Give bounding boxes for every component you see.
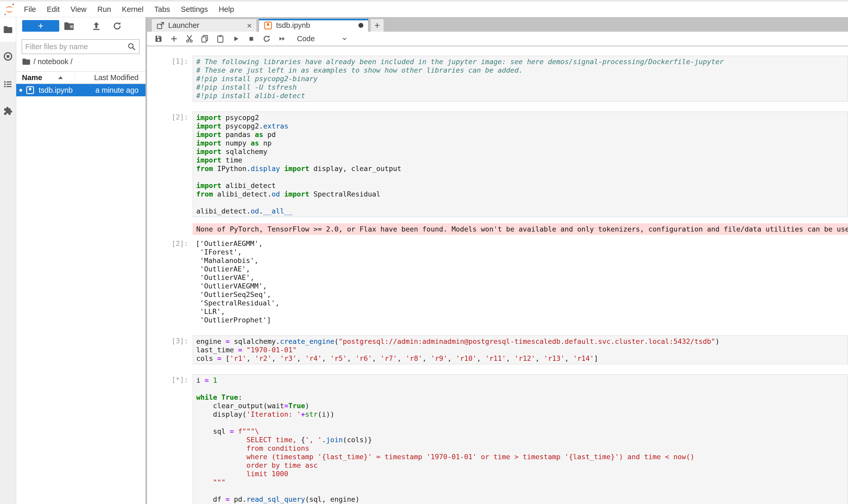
- code-line: 'OutlierProphet']: [196, 316, 848, 324]
- menu-help[interactable]: Help: [213, 5, 239, 14]
- cell-type-dropdown[interactable]: Code: [297, 35, 351, 43]
- breadcrumb-path[interactable]: / notebook /: [34, 57, 73, 66]
- code-line: # The following libraries have already b…: [196, 57, 847, 66]
- jupyterlab-window: File Edit View Run Kernel Tabs Settings …: [0, 0, 848, 504]
- jupyter-logo-icon: [4, 3, 15, 16]
- code-cell: [1]:# The following libraries have alrea…: [147, 56, 848, 102]
- code-line: 'SpectralResidual',: [196, 299, 848, 307]
- new-folder-button[interactable]: [63, 20, 75, 32]
- menu-file[interactable]: File: [19, 5, 41, 14]
- stderr-text: None of PyTorch, TensorFlow >= 2.0, or F…: [193, 223, 848, 235]
- column-header-last-modified[interactable]: Last Modified: [94, 73, 139, 82]
- sidebar-tab-files[interactable]: [0, 17, 16, 42]
- menu-edit[interactable]: Edit: [41, 5, 65, 14]
- upload-button[interactable]: [90, 20, 102, 32]
- code-line: #!pip install alibi-detect: [196, 91, 847, 100]
- menu-kernel[interactable]: Kernel: [116, 5, 149, 14]
- code-line: engine = sqlalchemy.create_engine("postg…: [196, 337, 847, 346]
- code-line: #!pip install -U tsfresh: [196, 83, 847, 91]
- code-line: 'OutlierSeq2Seq',: [196, 290, 848, 299]
- add-cell-icon: [170, 35, 178, 43]
- close-tab-icon[interactable]: ×: [247, 21, 252, 30]
- interrupt-kernel-button[interactable]: [247, 34, 256, 43]
- code-line: from alibi_detect.od import SpectralResi…: [196, 190, 847, 198]
- sidebar-tab-running[interactable]: [0, 44, 16, 69]
- code-line: order by time asc: [196, 461, 847, 469]
- home-folder-icon: [22, 58, 30, 65]
- copy-icon: [201, 35, 209, 43]
- output-prompt: [2]:: [147, 238, 193, 325]
- restart-kernel-button[interactable]: [262, 34, 271, 43]
- menu-bar: File Edit View Run Kernel Tabs Settings …: [0, 0, 848, 17]
- copy-cells-button[interactable]: [200, 34, 209, 43]
- fast-forward-icon: [278, 35, 286, 43]
- code-line: 'OutlierVAE',: [196, 273, 848, 282]
- cell-editor[interactable]: import psycopg2import psycopg2.extrasimp…: [193, 111, 848, 217]
- unsaved-changes-dot[interactable]: [359, 23, 363, 28]
- menu-run[interactable]: Run: [92, 5, 116, 14]
- menu-settings[interactable]: Settings: [175, 5, 213, 14]
- add-cell-button[interactable]: [169, 34, 178, 43]
- file-modified: a minute ago: [95, 86, 139, 94]
- code-line: import alibi_detect: [196, 181, 847, 190]
- code-cell: [2]:import psycopg2import psycopg2.extra…: [147, 111, 848, 217]
- file-filter-box: [22, 39, 140, 54]
- code-cell: [*]:i = 1 while True: clear_output(wait=…: [147, 374, 848, 504]
- code-line: [196, 198, 847, 207]
- folder-icon: [3, 26, 13, 34]
- code-line: import psycopg2: [196, 113, 847, 122]
- running-sessions-icon: [3, 52, 13, 61]
- code-line: from conditions: [196, 444, 847, 452]
- search-icon: [127, 42, 136, 51]
- upload-icon: [91, 21, 101, 31]
- code-line: df = pd.read_sql_query(sql, engine): [196, 495, 847, 503]
- launcher-icon: [156, 21, 165, 30]
- run-icon: [232, 35, 240, 43]
- code-line: #!pip install psycopg2-binary: [196, 74, 847, 83]
- code-line: ['OutlierAEGMM',: [196, 239, 848, 248]
- save-icon: [154, 35, 163, 43]
- paste-icon: [216, 35, 224, 43]
- cell-editor[interactable]: engine = sqlalchemy.create_engine("postg…: [193, 335, 848, 364]
- file-filter-input[interactable]: [25, 42, 127, 51]
- cell-editor[interactable]: i = 1 while True: clear_output(wait=True…: [193, 374, 848, 504]
- column-header-name[interactable]: Name: [16, 73, 42, 82]
- code-line: import pandas as pd: [196, 130, 847, 139]
- file-browser-panel: +: [16, 17, 145, 504]
- paste-cells-button[interactable]: [216, 34, 225, 43]
- input-prompt: [3]:: [147, 335, 193, 364]
- add-tab-button[interactable]: +: [370, 19, 384, 32]
- tab-bar: Launcher × tsdb.ipynb +: [147, 17, 848, 32]
- code-line: [196, 418, 847, 427]
- code-line: 'IForest',: [196, 248, 848, 256]
- restart-run-all-button[interactable]: [277, 34, 287, 43]
- activity-bar: [0, 17, 16, 504]
- cell-type-value: Code: [297, 35, 315, 43]
- extensions-icon: [3, 106, 13, 115]
- file-row-selected[interactable]: tsdb.ipynb a minute ago: [16, 84, 145, 96]
- tab-launcher[interactable]: Launcher ×: [151, 19, 257, 32]
- input-prompt: [1]:: [147, 56, 193, 102]
- code-line: from IPython.display import display, cle…: [196, 164, 847, 173]
- breadcrumb[interactable]: / notebook /: [22, 56, 73, 67]
- tab-notebook[interactable]: tsdb.ipynb: [259, 19, 368, 32]
- notebook-toolbar: Code: [147, 32, 848, 46]
- tab-notebook-label: tsdb.ipynb: [276, 21, 310, 30]
- run-cell-button[interactable]: [231, 34, 240, 43]
- sidebar-tab-extensions[interactable]: [0, 98, 16, 123]
- code-line: i = 1: [196, 376, 847, 384]
- code-line: import psycopg2.extras: [196, 122, 847, 130]
- cut-cells-button[interactable]: [185, 34, 194, 43]
- cell-editor[interactable]: # The following libraries have already b…: [193, 56, 848, 102]
- new-launcher-button[interactable]: +: [22, 20, 59, 32]
- sidebar-tab-toc[interactable]: [0, 72, 16, 96]
- save-button[interactable]: [154, 34, 163, 43]
- refresh-icon: [112, 21, 122, 31]
- menu-tabs[interactable]: Tabs: [149, 5, 175, 14]
- tab-launcher-label: Launcher: [168, 21, 199, 30]
- dock-panel: Launcher × tsdb.ipynb +: [147, 17, 848, 504]
- code-line: clear_output(wait=True): [196, 401, 847, 410]
- menu-view[interactable]: View: [65, 5, 92, 14]
- refresh-button[interactable]: [111, 20, 123, 32]
- notebook-icon: [264, 21, 272, 30]
